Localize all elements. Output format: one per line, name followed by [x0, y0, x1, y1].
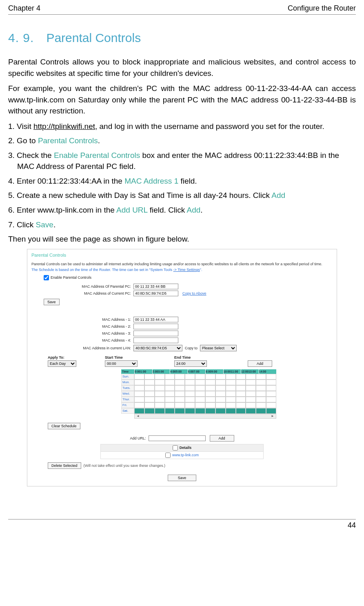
step-7: 7. Click Save. [8, 219, 356, 231]
grid-time-header: Time [121, 369, 134, 374]
ru-title: Parental Controls [31, 253, 333, 257]
step-5: 5. Create a new schedule with Day is Sat… [8, 190, 356, 201]
details-row: www.tp-link.com [101, 452, 263, 459]
mac4-input[interactable] [133, 337, 178, 343]
mac2-input[interactable] [133, 324, 178, 329]
mac4-label: MAC Address - 4: [31, 338, 133, 342]
page-header: Chapter 4 Configure the Router [8, 4, 356, 15]
mac1-label: MAC Address - 1: [31, 317, 133, 322]
figure-caption: Then you will see the page as shown in f… [8, 233, 356, 245]
mac-parental-input[interactable] [133, 284, 178, 289]
delete-note: (Will not take effect until you save the… [84, 464, 165, 468]
grid-row-sat: Sat. [121, 408, 276, 414]
details-select-all-checkbox[interactable] [173, 445, 178, 451]
steps-list: 1. Visit http://tplinkwifi.net, and log … [8, 121, 356, 230]
add-url-field-label: Add URL: [130, 436, 146, 440]
section-number: 4. 9. [8, 31, 34, 44]
grid-row-fri: Fri. [121, 402, 276, 408]
add-label-2: Add [187, 206, 201, 214]
mac3-input[interactable] [133, 331, 178, 336]
step-2: 2. Go to Parental Controls. [8, 135, 356, 147]
mac-parental-label: MAC Address Of Parental PC: [31, 284, 133, 289]
grid-row-sun: Sun. [121, 374, 276, 380]
section-title-text: Parental Controls [46, 31, 141, 44]
please-select-dropdown[interactable]: Please Select [200, 345, 237, 351]
intro-paragraph-1: Parental Controls allows you to block in… [8, 56, 356, 79]
mac-lan-label: MAC Address in current LAN: [31, 346, 133, 350]
schedule-add-button[interactable]: Add [248, 360, 272, 367]
schedule-controls: Each Day 00:00 24:00 Add [31, 360, 333, 367]
add-url-input[interactable] [149, 435, 206, 441]
scroll-left-icon[interactable]: ◄ [136, 414, 140, 418]
apply-to-select[interactable]: Each Day [48, 360, 76, 367]
details-header: Details [101, 444, 263, 452]
router-ui-figure: Parental Controls Parental Controls can … [27, 249, 337, 486]
save-button-1[interactable]: Save [44, 299, 60, 305]
grid-row-thu: Thur. [121, 397, 276, 402]
mac-current-label: MAC Address of Current PC: [31, 291, 133, 295]
delete-selected-button[interactable]: Delete Selected [48, 462, 81, 469]
enable-parental-controls-label: Enable Parental Controls [54, 151, 140, 160]
grid-scrollbar[interactable]: ◄► [134, 414, 276, 419]
save-button-2[interactable]: Save [168, 475, 196, 481]
mac-address-1-label: MAC Address 1 [124, 177, 178, 185]
copy-to-label: Copy to [185, 346, 198, 350]
section-heading: 4. 9.Parental Controls [8, 31, 356, 45]
enable-checkbox[interactable] [44, 275, 49, 280]
add-url-button[interactable]: Add [210, 435, 234, 442]
grid-row-mon: Mon. [121, 380, 276, 385]
page-number: 44 [348, 521, 356, 529]
intro-paragraph-2: For example, you want the children's PC … [8, 83, 356, 117]
details-row-checkbox[interactable] [165, 453, 171, 458]
start-time-select[interactable]: 00:00 [105, 360, 138, 367]
parental-controls-label: Parental Controls [38, 136, 98, 145]
enable-checkbox-row: Enable Parental Controls [44, 275, 333, 280]
schedule-grid: Time 0:001:00 2:003:00 4:005:00 6:007:00… [121, 369, 276, 419]
step-4: 4. Enter 00:11:22:33:44:AA in the MAC Ad… [8, 175, 356, 187]
add-url-label: Add URL [116, 206, 147, 214]
step-6: 6. Enter www.tp-link.com in the Add URL … [8, 204, 356, 216]
end-time-select[interactable]: 24:00 [174, 360, 207, 367]
ru-desc-2: The Schedule is based on the time of the… [31, 267, 333, 273]
step-3: 3. Check the Enable Parental Controls bo… [8, 150, 356, 172]
step-1: 1. Visit http://tplinkwifi.net, and log … [8, 121, 356, 132]
scroll-right-icon[interactable]: ► [271, 414, 274, 418]
mac-lan-select[interactable]: 40:8D:5C:89:74:D5 [133, 345, 182, 351]
page-footer: 44 [8, 519, 356, 530]
details-table: Details www.tp-link.com [100, 444, 264, 459]
time-settings-link[interactable]: -> Time Settings [173, 268, 200, 272]
grid-row-tue: Tues. [121, 385, 276, 391]
chapter-label: Chapter 4 [8, 4, 40, 13]
tplink-url-link[interactable]: http://tplinkwifi.net [33, 122, 95, 131]
copy-to-above-link[interactable]: Copy to Above [182, 291, 206, 295]
save-label: Save [36, 220, 53, 229]
clear-schedule-button[interactable]: Clear Schedule [48, 423, 80, 429]
mac2-label: MAC Address - 2: [31, 324, 133, 329]
chapter-title: Configure the Router [288, 4, 356, 13]
mac3-label: MAC Address - 3: [31, 331, 133, 335]
schedule-header: Apply To: Start Time End Time [31, 355, 333, 360]
ru-desc-1: Parental Controls can be used to adminis… [31, 262, 333, 267]
mac-current-input[interactable] [133, 291, 178, 296]
mac1-input[interactable] [133, 317, 178, 322]
add-label-1: Add [271, 191, 285, 200]
grid-row-wed: Wed. [121, 391, 276, 397]
